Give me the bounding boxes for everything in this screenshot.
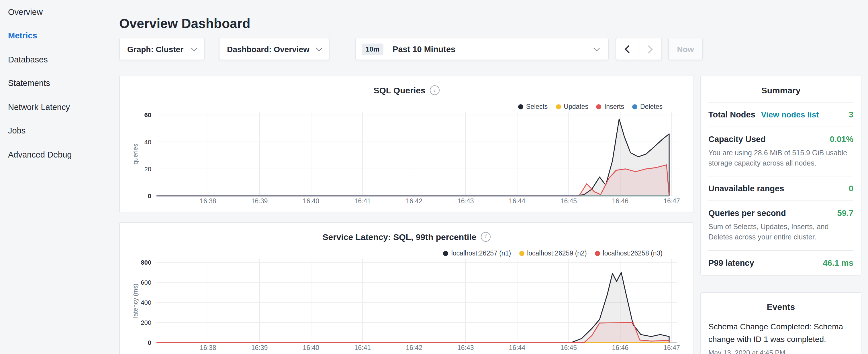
summary-value: 0 — [849, 184, 854, 193]
sidebar-item-databases[interactable]: Databases — [0, 47, 111, 71]
time-prev-button[interactable] — [616, 38, 639, 60]
svg-text:800: 800 — [141, 259, 151, 266]
chart-plot: 16:3816:3916:4016:4116:4216:4316:4416:45… — [130, 108, 681, 207]
page-title: Overview Dashboard — [119, 16, 250, 32]
summary-description: Sum of Selects, Updates, Inserts, and De… — [708, 222, 854, 243]
summary-value: 3 — [849, 110, 854, 119]
chevron-down-icon — [593, 45, 600, 51]
summary-value: 0.01% — [830, 135, 854, 144]
svg-text:16:47: 16:47 — [663, 344, 680, 351]
time-range-label: Past 10 Minutes — [393, 44, 594, 54]
sidebar-item-statements[interactable]: Statements — [0, 71, 111, 95]
svg-text:16:42: 16:42 — [406, 197, 423, 205]
svg-text:0: 0 — [148, 339, 151, 346]
sidebar-item-metrics[interactable]: Metrics — [0, 24, 111, 47]
chart-title-row: SQL Queries — [120, 85, 693, 95]
svg-text:400: 400 — [141, 299, 151, 306]
summary-row: Total NodesView nodes list3 — [708, 102, 854, 127]
summary-value: 46.1 ms — [823, 258, 854, 267]
time-next-button[interactable] — [639, 38, 662, 60]
summary-value: 59.7 — [837, 209, 854, 218]
chart-title: SQL Queries — [373, 85, 425, 95]
svg-text:60: 60 — [145, 111, 151, 119]
chart-title-row: Service Latency: SQL, 99th percentile — [120, 232, 693, 242]
summary-label: Total Nodes — [708, 110, 755, 119]
event-item[interactable]: Schema Change Completed: Schema change w… — [708, 319, 854, 354]
svg-text:16:43: 16:43 — [457, 197, 474, 205]
svg-text:16:47: 16:47 — [663, 197, 680, 205]
summary-label: Unavailable ranges — [708, 184, 784, 193]
event-timestamp: May 13, 2020 at 4:45 PM — [708, 349, 854, 354]
events-list: Schema Change Completed: Schema change w… — [708, 319, 854, 354]
chevron-down-icon — [316, 45, 323, 51]
summary-rows: Total NodesView nodes list3Capacity Used… — [708, 102, 854, 275]
svg-text:16:39: 16:39 — [251, 344, 268, 351]
svg-text:600: 600 — [141, 279, 151, 286]
graph-dropdown[interactable]: Graph: Cluster — [119, 38, 205, 60]
sidebar-item-overview[interactable]: Overview — [0, 0, 111, 24]
svg-text:16:38: 16:38 — [200, 344, 216, 351]
view-nodes-link[interactable]: View nodes list — [761, 110, 819, 119]
sidebar-nav: OverviewMetricsDatabasesStatementsNetwor… — [0, 0, 111, 354]
controls-bar: Graph: Cluster Dashboard: Overview 10m P… — [119, 38, 710, 60]
svg-text:16:40: 16:40 — [303, 344, 319, 351]
service-latency-chart-card: Service Latency: SQL, 99th percentile lo… — [119, 222, 694, 354]
svg-text:16:46: 16:46 — [612, 344, 628, 351]
svg-text:16:41: 16:41 — [354, 197, 371, 205]
summary-title: Summary — [708, 76, 854, 102]
summary-label: P99 latency — [708, 258, 754, 267]
svg-text:16:45: 16:45 — [560, 197, 577, 205]
summary-label: Queries per second — [708, 209, 786, 218]
svg-text:20: 20 — [145, 165, 151, 173]
summary-description: You are using 28.6 MiB of 515.9 GiB usab… — [708, 148, 854, 169]
svg-text:16:42: 16:42 — [406, 344, 423, 351]
sidebar-item-jobs[interactable]: Jobs — [0, 119, 111, 142]
sidebar-item-advanced-debug[interactable]: Advanced Debug — [0, 142, 111, 166]
info-icon[interactable] — [430, 85, 440, 95]
chart-plot: 16:3816:3916:4016:4116:4216:4316:4416:45… — [130, 254, 681, 354]
events-title: Events — [708, 293, 854, 319]
dashboard-dropdown[interactable]: Dashboard: Overview — [219, 38, 330, 60]
time-range-dropdown[interactable]: 10m Past 10 Minutes — [355, 38, 609, 60]
svg-text:0: 0 — [148, 192, 151, 200]
svg-text:16:44: 16:44 — [509, 197, 526, 205]
summary-row: Queries per second59.7Sum of Selects, Up… — [708, 201, 854, 250]
time-range-badge: 10m — [362, 43, 383, 55]
chevron-down-icon — [191, 45, 198, 51]
event-text: Schema Change Completed: Schema change w… — [708, 321, 854, 346]
svg-text:16:40: 16:40 — [303, 197, 319, 205]
svg-text:16:45: 16:45 — [560, 344, 577, 351]
summary-row: Unavailable ranges0 — [708, 176, 854, 201]
info-icon[interactable] — [481, 232, 491, 242]
svg-text:16:43: 16:43 — [457, 344, 474, 351]
now-button[interactable]: Now — [668, 38, 703, 60]
svg-text:16:41: 16:41 — [354, 344, 371, 351]
svg-text:16:46: 16:46 — [612, 197, 628, 205]
summary-label: Capacity Used — [708, 135, 766, 144]
sql-queries-chart-card: SQL Queries SelectsUpdatesInsertsDeletes… — [119, 75, 694, 213]
svg-text:16:38: 16:38 — [200, 197, 216, 205]
now-button-label: Now — [677, 44, 694, 54]
dashboard-dropdown-label: Dashboard: Overview — [227, 44, 309, 54]
graph-dropdown-label: Graph: Cluster — [127, 44, 183, 54]
chevron-right-icon — [645, 45, 653, 53]
sidebar-item-network-latency[interactable]: Network Latency — [0, 95, 111, 119]
svg-text:200: 200 — [141, 319, 151, 326]
events-panel: Events Schema Change Completed: Schema c… — [700, 292, 861, 354]
summary-row: P99 latency46.1 ms — [708, 250, 854, 275]
chevron-left-icon — [624, 45, 632, 53]
summary-panel: Summary Total NodesView nodes list3Capac… — [700, 75, 861, 275]
summary-row: Capacity Used0.01%You are using 28.6 MiB… — [708, 127, 854, 176]
svg-text:16:44: 16:44 — [509, 344, 526, 351]
chart-title: Service Latency: SQL, 99th percentile — [323, 232, 476, 242]
app-root: OverviewMetricsDatabasesStatementsNetwor… — [0, 0, 868, 354]
svg-text:16:39: 16:39 — [251, 197, 268, 205]
svg-text:40: 40 — [145, 139, 151, 146]
